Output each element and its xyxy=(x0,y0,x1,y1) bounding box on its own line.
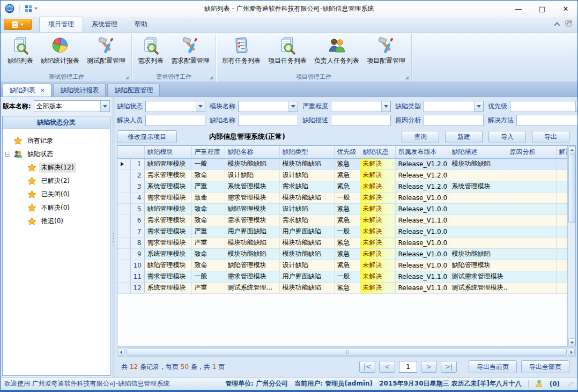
dialog-launcher-icon[interactable] xyxy=(125,76,129,80)
cell-solution[interactable] xyxy=(556,203,567,215)
tree-item-resolved[interactable]: 已解决(2) xyxy=(5,174,108,188)
filter-combo-module-name[interactable] xyxy=(238,101,298,112)
first-page-button[interactable]: |< xyxy=(359,361,375,373)
cell-reason[interactable] xyxy=(507,215,556,226)
filter-input-defect-desc[interactable] xyxy=(331,115,391,126)
filter-combo-priority[interactable] xyxy=(510,101,578,112)
row-number-cell[interactable]: 5 xyxy=(130,203,144,215)
cell-solution[interactable] xyxy=(556,237,567,248)
cell-reason[interactable] xyxy=(507,260,556,271)
cell-type[interactable]: 模块功能缺陷 xyxy=(279,158,334,169)
export-all-pages-button[interactable]: 导出全部页 xyxy=(521,360,569,373)
row-number-cell[interactable]: 11 xyxy=(130,271,144,282)
style-gallery-icon[interactable] xyxy=(565,19,573,29)
combo-dropdown-button[interactable] xyxy=(381,101,390,112)
tree-item-closed[interactable]: 已关闭(0) xyxy=(5,188,108,201)
scroll-down-arrow[interactable] xyxy=(568,338,575,345)
last-page-button[interactable]: >| xyxy=(441,361,457,373)
cell-name[interactable]: 缺陷管理模块 xyxy=(225,260,279,271)
cell-release[interactable]: Release_V1.0.0 xyxy=(395,226,449,237)
cell-release[interactable]: Release_V1.0.0 xyxy=(395,248,449,260)
row-number-cell[interactable]: 6 xyxy=(130,215,144,226)
dialog-launcher-icon[interactable] xyxy=(210,76,213,80)
export-current-page-button[interactable]: 导出当前页 xyxy=(469,360,517,373)
scroll-up-arrow[interactable] xyxy=(568,146,575,153)
cell-name[interactable]: 模块功能缺陷 xyxy=(225,237,279,248)
cell-type[interactable]: 模块功能缺陷 xyxy=(279,192,334,203)
cell-priority[interactable]: 紧急 xyxy=(334,248,360,260)
cell-status[interactable]: 未解决 xyxy=(360,169,395,181)
cell-priority[interactable]: 紧急 xyxy=(334,158,360,169)
defect-list-button[interactable]: 缺陷列表 xyxy=(4,34,37,66)
cell-desc[interactable] xyxy=(449,192,507,203)
cell-solution[interactable] xyxy=(556,215,567,226)
column-header-desc[interactable]: 缺陷描述 xyxy=(449,146,507,158)
import-button[interactable]: 导入 xyxy=(488,131,526,143)
horizontal-scroll-thumb[interactable] xyxy=(126,349,567,356)
tab-project-mgmt[interactable]: 项目管理 xyxy=(39,17,83,32)
cell-solution[interactable] xyxy=(556,248,567,260)
cell-status[interactable]: 未解决 xyxy=(360,260,395,271)
cell-module[interactable]: 需求管理模块 xyxy=(144,192,191,203)
cell-type[interactable]: 模块功能缺陷 xyxy=(279,237,334,248)
horizontal-scrollbar[interactable] xyxy=(117,347,576,357)
version-combo[interactable]: 全部版本 xyxy=(34,100,110,112)
next-page-button[interactable]: > xyxy=(421,361,437,373)
cell-desc[interactable]: 系统管理模块 xyxy=(449,181,507,192)
row-number-cell[interactable]: 4 xyxy=(130,192,144,203)
query-button[interactable]: 查询 xyxy=(402,131,439,143)
cell-solution[interactable] xyxy=(556,226,567,237)
cell-status[interactable]: 未解决 xyxy=(360,181,395,192)
resize-grip-icon[interactable] xyxy=(568,381,574,387)
cell-desc[interactable] xyxy=(449,237,507,248)
cell-name[interactable]: 需求管理模块 xyxy=(225,271,279,282)
cell-module[interactable]: 缺陷管理模块 xyxy=(144,158,191,169)
cell-type[interactable]: 设计缺陷 xyxy=(279,260,334,271)
cell-release[interactable]: Release_V1.0.0 xyxy=(395,192,449,203)
column-header-priority[interactable]: 优先级 xyxy=(334,146,360,158)
tab-help[interactable]: 帮助 xyxy=(126,17,156,32)
cell-type[interactable]: 用户界面缺陷 xyxy=(279,226,334,237)
row-number-cell[interactable]: 2 xyxy=(130,169,144,181)
column-header-module[interactable]: 缺陷模块 xyxy=(144,146,191,158)
project-config-button[interactable]: 项目配置管理 xyxy=(363,34,409,66)
cell-name[interactable]: 系统管理模块 xyxy=(225,181,279,192)
cell-status[interactable]: 未解决 xyxy=(360,271,395,282)
project-tasks-button[interactable]: 项目任务列表 xyxy=(264,34,310,66)
cell-module[interactable]: 缺陷管理模块 xyxy=(144,260,191,271)
cell-severity[interactable]: 致命 xyxy=(191,248,225,260)
cell-severity[interactable]: 致命 xyxy=(191,192,225,203)
page-number-input[interactable] xyxy=(399,361,417,373)
cell-release[interactable]: Release_V1.0.0 xyxy=(395,237,449,248)
row-number-cell[interactable]: 7 xyxy=(130,226,144,237)
cell-reason[interactable] xyxy=(507,248,556,260)
cell-desc[interactable] xyxy=(449,203,507,215)
cell-status[interactable]: 未解决 xyxy=(360,203,395,215)
filter-combo-severity[interactable] xyxy=(331,101,391,112)
doc-tab-defect-config[interactable]: 缺陷配置管理 xyxy=(107,84,160,97)
cell-solution[interactable] xyxy=(556,260,567,271)
scroll-right-arrow[interactable] xyxy=(568,349,575,356)
requirement-list-button[interactable]: 需求列表 xyxy=(134,34,167,66)
cell-severity[interactable]: 致命 xyxy=(191,169,225,181)
row-number-cell[interactable]: 3 xyxy=(130,181,144,192)
prev-page-button[interactable]: < xyxy=(379,361,395,373)
cell-status[interactable]: 未解决 xyxy=(360,226,395,237)
cell-release[interactable]: Release_V1.1.0 xyxy=(395,215,449,226)
app-menu-button[interactable] xyxy=(4,19,32,30)
scroll-left-arrow[interactable] xyxy=(118,349,125,356)
cell-name[interactable]: 用户界面缺陷 xyxy=(225,226,279,237)
cell-severity[interactable]: 致命 xyxy=(191,203,225,215)
cell-type[interactable]: 模块功能缺陷 xyxy=(279,282,334,293)
cell-severity[interactable]: 致命 xyxy=(191,215,225,226)
cell-reason[interactable] xyxy=(507,226,556,237)
cell-release[interactable]: Release_V1.1.0 xyxy=(395,271,449,282)
cell-name[interactable]: 模块功能缺陷 xyxy=(225,248,279,260)
cell-reason[interactable] xyxy=(507,158,556,169)
column-header-type[interactable]: 缺陷类型 xyxy=(279,146,334,158)
combo-dropdown-button[interactable] xyxy=(100,101,109,112)
column-header-severity[interactable]: 严重程度 xyxy=(191,146,225,158)
cell-severity[interactable]: 严重 xyxy=(191,226,225,237)
column-header-name[interactable]: 缺陷名称 xyxy=(225,146,279,158)
cell-release[interactable]: Release_V1.2.0 xyxy=(395,181,449,192)
